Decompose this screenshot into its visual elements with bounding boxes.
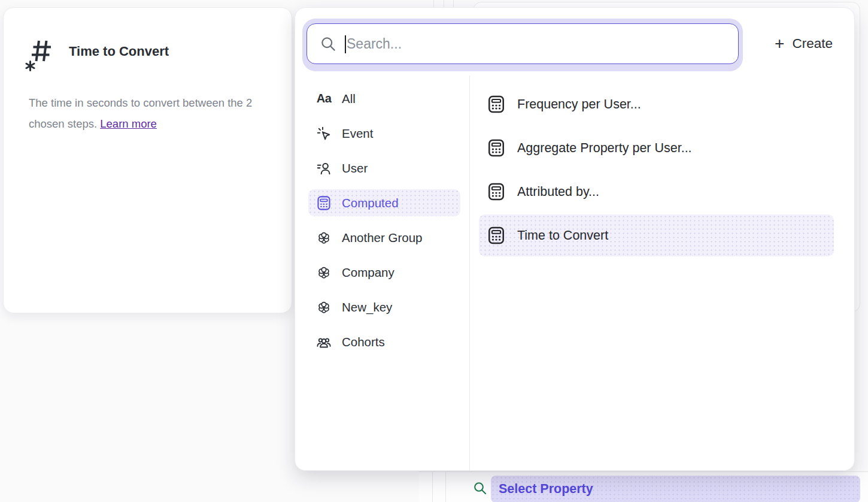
group-icon bbox=[316, 230, 332, 246]
search-box[interactable] bbox=[306, 23, 739, 64]
select-property-button[interactable]: Select Property bbox=[491, 476, 860, 502]
background-divider bbox=[444, 0, 444, 7]
create-button-label: Create bbox=[792, 36, 833, 52]
group-icon bbox=[316, 300, 332, 315]
category-computed[interactable]: Computed bbox=[308, 189, 460, 216]
property-item-label: Aggregate Property per User... bbox=[517, 141, 692, 156]
text-aa-icon: Aa bbox=[316, 91, 332, 107]
cohorts-icon bbox=[316, 334, 332, 350]
search-focus-ring bbox=[302, 19, 743, 71]
plus-icon: + bbox=[775, 35, 784, 52]
create-button[interactable]: + Create bbox=[775, 35, 833, 52]
category-list: Aa All Event bbox=[308, 85, 460, 363]
background-divider bbox=[433, 0, 434, 7]
select-property-label: Select Property bbox=[499, 482, 593, 497]
property-list: Frequency per User... Aggregate Property… bbox=[479, 83, 834, 258]
property-tooltip-card: Time to Convert The time in seconds to c… bbox=[3, 7, 292, 313]
category-cohorts[interactable]: Cohorts bbox=[308, 328, 460, 355]
category-label: Cohorts bbox=[342, 335, 385, 349]
screen: Select Property Time to Convert T bbox=[0, 0, 868, 502]
background-divider bbox=[432, 472, 433, 502]
number-hash-icon bbox=[25, 37, 53, 72]
calculator-icon bbox=[487, 182, 506, 201]
property-item-frequency-per-user[interactable]: Frequency per User... bbox=[479, 83, 834, 125]
divider bbox=[469, 75, 470, 471]
category-all[interactable]: Aa All bbox=[308, 85, 460, 112]
text-caret bbox=[345, 35, 346, 53]
tooltip-description: The time in seconds to convert between t… bbox=[29, 92, 269, 134]
group-icon bbox=[316, 265, 332, 280]
category-another-group[interactable]: Another Group bbox=[308, 224, 460, 251]
background-divider bbox=[445, 472, 446, 502]
calculator-icon bbox=[487, 95, 506, 114]
category-label: Computed bbox=[342, 196, 399, 210]
category-label: Another Group bbox=[342, 231, 422, 245]
category-label: Event bbox=[342, 126, 373, 141]
background-divider bbox=[453, 0, 454, 7]
property-item-label: Attributed by... bbox=[517, 185, 599, 199]
category-event[interactable]: Event bbox=[308, 120, 460, 147]
property-item-label: Time to Convert bbox=[517, 228, 608, 243]
search-input[interactable] bbox=[347, 36, 738, 52]
category-company[interactable]: Company bbox=[308, 259, 460, 286]
property-item-time-to-convert[interactable]: Time to Convert bbox=[479, 214, 834, 256]
user-icon bbox=[316, 161, 332, 176]
category-user[interactable]: User bbox=[308, 155, 460, 182]
search-icon bbox=[473, 481, 487, 495]
event-cursor-icon bbox=[316, 126, 332, 141]
property-item-aggregate-property-per-user[interactable]: Aggregate Property per User... bbox=[479, 127, 834, 169]
property-item-attributed-by[interactable]: Attributed by... bbox=[479, 171, 834, 213]
category-label: All bbox=[342, 92, 356, 106]
calculator-icon bbox=[487, 138, 506, 158]
property-item-label: Frequency per User... bbox=[517, 97, 641, 112]
search-icon bbox=[320, 36, 336, 52]
category-new-key[interactable]: New_key bbox=[308, 294, 460, 320]
property-picker-popover: + Create Aa All Event bbox=[295, 7, 855, 471]
learn-more-link[interactable]: Learn more bbox=[100, 117, 157, 130]
tooltip-title: Time to Convert bbox=[69, 44, 169, 59]
category-label: Company bbox=[342, 265, 394, 280]
category-label: User bbox=[342, 161, 368, 176]
calculator-icon bbox=[487, 226, 506, 245]
category-label: New_key bbox=[342, 300, 392, 314]
property-select-row: Select Property bbox=[419, 471, 868, 502]
calculator-icon bbox=[316, 195, 332, 211]
